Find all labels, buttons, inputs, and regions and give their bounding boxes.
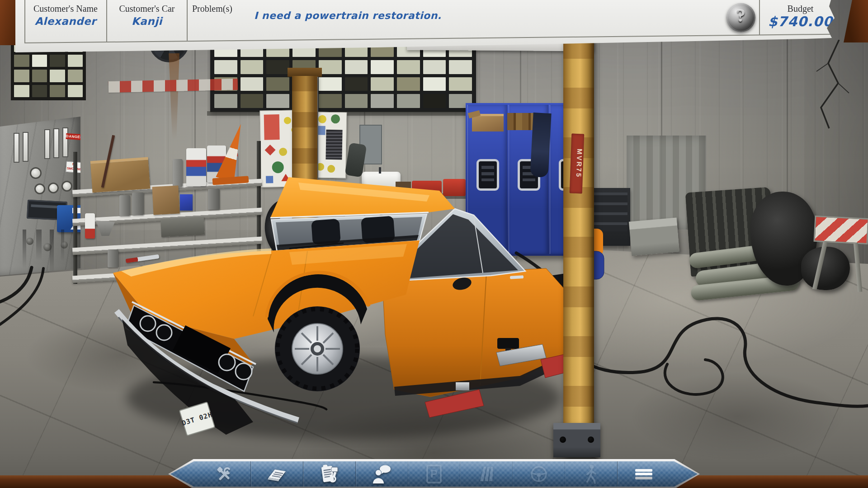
wrench-screwdriver-icon <box>214 464 234 484</box>
walk-icon <box>583 464 599 484</box>
menu-bar <box>635 477 652 479</box>
steering-wheel-icon <box>529 464 549 484</box>
car-side[interactable] <box>382 268 568 397</box>
menu-bar <box>635 473 652 475</box>
engine-order-icon <box>319 464 340 484</box>
walk-button[interactable] <box>565 461 617 487</box>
park-button[interactable]: P <box>408 461 460 487</box>
front-wheel[interactable] <box>275 306 360 391</box>
customer-car-value: Kanji <box>107 15 187 27</box>
menu-bar <box>635 469 652 472</box>
lift-post-base <box>553 423 600 457</box>
road-icon <box>476 465 496 483</box>
newspaper-icon <box>266 465 288 483</box>
customer-speech-icon <box>371 464 392 484</box>
customer-car-label: Customer's Car <box>107 4 187 14</box>
bottom-toolbar: P <box>168 459 700 488</box>
question-mark-icon: ? <box>726 5 755 26</box>
parts-order-button[interactable] <box>303 461 355 487</box>
customer-name-value: Alexander <box>24 15 107 27</box>
parking-icon: P <box>426 465 442 483</box>
menu-icon <box>635 468 652 480</box>
game-screen: DANGER NO SMOKING <box>0 0 868 488</box>
menu-button[interactable] <box>617 461 670 487</box>
drive-button[interactable] <box>512 461 565 487</box>
table-border <box>187 0 188 41</box>
tools-button[interactable] <box>198 461 250 487</box>
customer-name-label: Customer's Name <box>24 4 107 14</box>
newspaper-button[interactable] <box>250 461 303 487</box>
parking-letter: P <box>430 468 438 480</box>
lift-post-right: MVR75 <box>563 38 594 457</box>
problems-value: I need a powertrain restoration. <box>254 10 525 21</box>
scene-layer: D3T 02H <box>0 0 868 488</box>
help-button[interactable]: ? <box>726 3 755 32</box>
budget-label: Budget <box>760 4 841 14</box>
lift-brand-label: MVR75 <box>570 134 585 194</box>
test-track-button[interactable] <box>460 461 512 487</box>
customer-button[interactable] <box>355 461 408 487</box>
